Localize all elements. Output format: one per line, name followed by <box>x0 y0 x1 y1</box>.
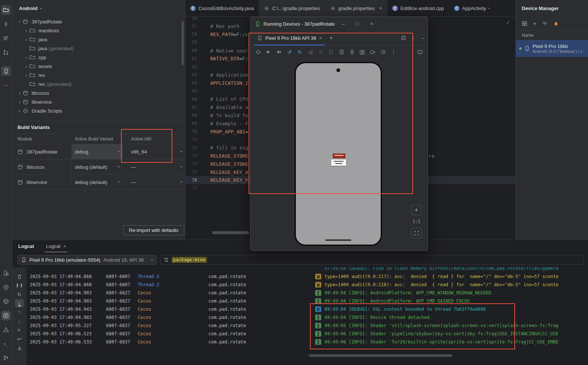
ui-settings-icon[interactable] <box>401 35 406 41</box>
running-devices-stripe-icon[interactable] <box>1 66 11 76</box>
project-tree-item[interactable]: › java (generated) <box>12 44 182 53</box>
volume-down-icon[interactable] <box>264 48 273 56</box>
project-icon[interactable] <box>1 5 11 15</box>
logcat-row[interactable]: 2025-09-03 17:49:06.523 6807-6837 Cocos … <box>26 330 588 338</box>
commit-icon[interactable] <box>1 19 11 29</box>
tab-gradle-properties-path[interactable]: C:\...\gradle.properties <box>259 0 325 16</box>
logcat-horizontal-scrollbar[interactable] <box>309 354 452 357</box>
device-screen[interactable] <box>294 62 382 246</box>
project-tree-item[interactable]: › manifests <box>12 26 182 35</box>
pull-requests-icon[interactable] <box>1 48 11 57</box>
more-options-icon[interactable]: ⋮ <box>411 35 416 41</box>
close-tab-icon[interactable]: × <box>319 35 322 41</box>
virtual-devices-grid-icon[interactable] <box>522 21 527 26</box>
build-variant-dropdown[interactable]: debug › <box>72 144 123 159</box>
line-number[interactable]: 70 <box>185 129 197 134</box>
close-tab-icon[interactable]: × <box>379 5 382 11</box>
clear-logcat-icon[interactable] <box>15 272 24 281</box>
next-occurrence-icon[interactable]: ↓ <box>15 317 24 325</box>
logcat-tab[interactable]: Logcat × <box>45 240 68 252</box>
minimize-window-icon[interactable]: – <box>338 21 349 27</box>
maximize-window-icon[interactable]: □ <box>352 21 363 27</box>
chevron-icon[interactable]: › <box>23 64 29 69</box>
line-number[interactable]: 73 <box>185 153 197 158</box>
line-number[interactable]: 75 <box>185 169 197 175</box>
collapse-all-icon[interactable]: « <box>15 326 24 334</box>
editbox-demo-input[interactable] <box>331 159 346 166</box>
chevron-icon[interactable]: › <box>17 99 23 105</box>
build-variant-row[interactable]: :libservice debug (default) › — › <box>12 175 185 190</box>
line-number[interactable]: 72 <box>185 145 197 151</box>
power-icon[interactable] <box>253 48 263 56</box>
terminal-icon[interactable]: >_ <box>1 339 11 349</box>
project-tree-item[interactable]: › 387padRotate <box>12 17 182 26</box>
project-tree-item[interactable]: › assets <box>12 62 182 71</box>
line-number[interactable]: 69 <box>185 121 197 126</box>
more-tool-windows-icon[interactable]: ⋯ <box>1 80 11 90</box>
fit-to-window-icon[interactable] <box>411 228 422 238</box>
fold-icon[interactable] <box>337 48 346 56</box>
inspections-ok-icon[interactable]: ✓ <box>506 20 510 26</box>
project-tree-item[interactable]: › libservice <box>12 97 182 106</box>
line-number[interactable]: 77 <box>185 186 197 191</box>
recents-icon[interactable]: □ <box>326 48 336 56</box>
build-icon[interactable] <box>1 297 11 306</box>
logcat-row[interactable]: 2025-09-03 17:49:04.903 6807-6827 Cocos … <box>26 289 588 297</box>
line-number[interactable]: 61 <box>185 56 197 61</box>
logcat-row-partial[interactable]: 07:49:04 [DEBUG]: Find in flash memory d… <box>26 267 588 272</box>
restart-logcat-icon[interactable]: ↻ <box>15 290 24 298</box>
close-tab-icon[interactable]: × <box>63 243 66 249</box>
project-tree-item[interactable]: › res <box>12 71 182 80</box>
logcat-log-area[interactable]: 07:49:04 [DEBUG]: Find in flash memory d… <box>26 267 588 355</box>
add-device-icon[interactable]: + <box>533 20 536 27</box>
add-device-tab-icon[interactable]: + <box>329 35 333 41</box>
more-icon[interactable]: ⋮ <box>389 48 398 56</box>
snapshots-icon[interactable] <box>378 48 388 56</box>
project-tree-item[interactable]: › Gradle Scripts <box>12 106 182 115</box>
logcat-row[interactable]: 2025-09-03 17:49:04.868 6807-6807 Thread… <box>26 281 588 289</box>
device-selector[interactable]: Pixel 9 Pro 16kb (emulator-5554) Android… <box>17 255 157 265</box>
tab-editbox-android-cpp[interactable]: C EditBox-android.cpp <box>387 0 449 16</box>
previous-occurrence-icon[interactable]: ↑ <box>15 308 24 316</box>
device-explorer-icon[interactable] <box>1 268 11 278</box>
line-number[interactable]: 67 <box>185 105 197 110</box>
device-tab[interactable]: Pixel 9 Pro 16kb API 36 × <box>254 30 325 45</box>
line-number[interactable]: 74 <box>185 161 197 167</box>
line-number[interactable]: 63 <box>185 72 197 77</box>
pair-wifi-icon[interactable] <box>542 21 548 27</box>
line-number[interactable]: 64 <box>185 80 197 85</box>
line-number[interactable]: 66 <box>185 97 197 102</box>
build-variant-row[interactable]: :387padRotate debug › x86_64 › <box>12 144 185 159</box>
screenshot-icon[interactable] <box>358 48 367 56</box>
back-icon[interactable]: ◁ <box>306 48 315 56</box>
project-tree-scrollbar[interactable] <box>182 21 184 65</box>
chevron-icon[interactable]: › <box>23 37 29 42</box>
rotate-right-icon[interactable]: ↻ <box>295 48 304 56</box>
logcat-row[interactable]: 2025-09-03 17:49:04.903 6807-6827 Cocos … <box>26 297 588 305</box>
build-variant-dropdown[interactable]: debug (default) › <box>72 159 123 174</box>
device-row[interactable]: Pixel 9 Pro 16kb Android 16.0 ("Baklava"… <box>516 40 588 57</box>
logcat-row[interactable]: 2025-09-03 17:49:04.943 6807-6837 Cocos … <box>26 305 588 313</box>
line-number[interactable]: 71 <box>185 137 197 142</box>
line-number[interactable]: 65 <box>185 88 197 94</box>
volume-up-icon[interactable] <box>274 48 284 56</box>
line-number[interactable]: 68 <box>185 113 197 118</box>
logcat-row[interactable]: 2025-09-03 17:49:05.227 6807-6837 Cocos … <box>26 322 588 330</box>
logcat-stripe-icon[interactable] <box>1 311 11 320</box>
logcat-row[interactable]: 2025-09-03 17:49:06.533 6807-6837 Cocos … <box>26 338 588 346</box>
chevron-icon[interactable]: › <box>23 72 29 78</box>
line-number[interactable]: 59 <box>185 40 197 45</box>
logcat-window-title[interactable]: Logcat <box>18 243 34 249</box>
app-insights-icon[interactable] <box>1 282 11 292</box>
build-variant-dropdown[interactable]: debug (default) › <box>72 175 123 190</box>
firebase-icon[interactable] <box>553 21 559 26</box>
line-number[interactable]: 60 <box>185 48 197 53</box>
line-number[interactable]: 56 <box>185 17 197 21</box>
project-tree-item[interactable]: › res (generated) <box>12 80 182 88</box>
logcat-filter-input[interactable]: package:mine <box>160 255 584 265</box>
version-control-icon[interactable] <box>1 353 11 363</box>
abi-dropdown[interactable]: — › <box>123 159 185 174</box>
chevron-icon[interactable]: › <box>17 19 23 25</box>
chevron-icon[interactable]: › <box>23 28 29 33</box>
abi-dropdown[interactable]: x86_64 › <box>123 144 185 159</box>
